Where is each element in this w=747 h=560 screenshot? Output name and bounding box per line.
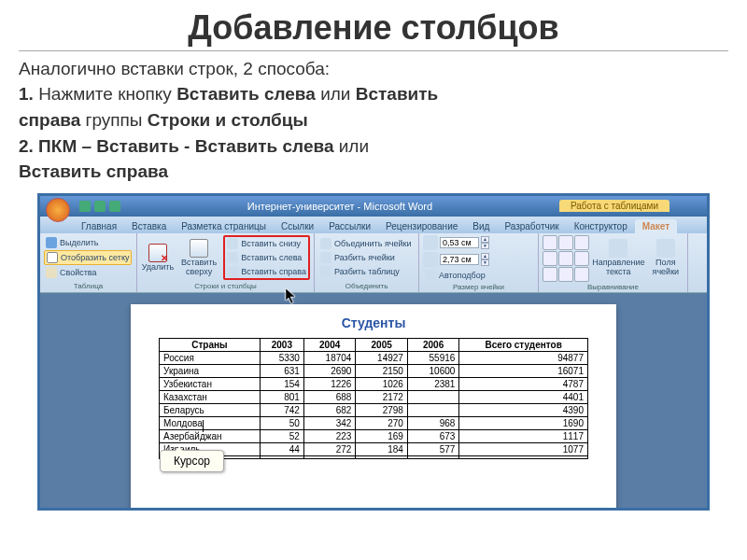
tab-layout[interactable]: Макет [635, 219, 677, 233]
table-cell[interactable] [260, 455, 303, 458]
table-row[interactable]: Молдова503422709681690 [160, 416, 588, 429]
table-row[interactable]: Украина631269021501060016071 [160, 364, 588, 377]
table-cell[interactable]: 5330 [260, 351, 303, 364]
table-cell[interactable]: 1690 [459, 416, 588, 429]
select-button[interactable]: Выделить [44, 236, 132, 249]
document-area[interactable]: Студенты Страны2003200420052006Всего сту… [40, 293, 707, 511]
students-table[interactable]: Страны2003200420052006Всего студентов Ро… [159, 338, 588, 459]
table-cell[interactable]: 18704 [303, 351, 355, 364]
table-cell[interactable]: 44 [260, 442, 303, 455]
tab-insert[interactable]: Вставка [124, 219, 174, 233]
table-cell[interactable]: 968 [407, 416, 458, 429]
insert-above-button[interactable]: Вставить сверху [176, 237, 221, 279]
table-row[interactable]: Казахстан80168821724401 [160, 390, 588, 403]
table-cell[interactable]: 4390 [459, 403, 588, 416]
row-height-field[interactable]: ▲▼ [423, 235, 489, 250]
insert-left-button[interactable]: Вставить слева [225, 251, 308, 264]
table-cell[interactable]: Беларусь [160, 403, 261, 416]
table-cell[interactable]: 2150 [356, 364, 407, 377]
properties-button[interactable]: Свойства [44, 266, 132, 279]
table-cell[interactable]: 52 [260, 429, 303, 442]
text-direction-button[interactable]: Направление текста [591, 237, 646, 279]
table-cell[interactable] [407, 390, 458, 403]
table-cell[interactable] [407, 455, 458, 458]
table-cell[interactable]: 4401 [459, 390, 588, 403]
split-cells-button[interactable]: Разбить ячейки [318, 251, 413, 264]
table-cell[interactable]: 2172 [356, 390, 407, 403]
tab-view[interactable]: Вид [465, 219, 497, 233]
align-mr[interactable] [574, 251, 589, 266]
autofit-button[interactable]: Автоподбор [423, 269, 489, 282]
table-cell[interactable]: 2798 [356, 403, 407, 416]
align-tl[interactable] [543, 235, 557, 250]
align-br[interactable] [574, 267, 589, 282]
table-cell[interactable]: 154 [260, 377, 303, 390]
table-cell[interactable]: 1026 [356, 377, 407, 390]
table-cell[interactable]: 223 [303, 429, 355, 442]
insert-below-button[interactable]: Вставить снизу [225, 237, 308, 250]
align-tc[interactable] [558, 235, 573, 250]
table-row[interactable]: Беларусь74268227984390 [160, 403, 588, 416]
tab-design[interactable]: Конструктор [567, 219, 635, 233]
table-cell[interactable] [303, 455, 355, 458]
table-cell[interactable]: Украина [160, 364, 261, 377]
table-cell[interactable]: 184 [356, 442, 407, 455]
table-cell[interactable] [407, 403, 458, 416]
table-cell[interactable]: Россия [160, 351, 261, 364]
table-cell[interactable]: 742 [260, 403, 303, 416]
split-table-button[interactable]: Разбить таблицу [318, 265, 413, 278]
table-cell[interactable]: Казахстан [160, 390, 261, 403]
table-row[interactable]: Россия533018704149275591694877 [160, 351, 588, 364]
table-cell[interactable]: 682 [303, 403, 355, 416]
table-cell[interactable]: 14927 [356, 351, 407, 364]
table-cell[interactable]: 94877 [459, 351, 588, 364]
align-tr[interactable] [574, 235, 589, 250]
merge-cells-button[interactable]: Объединить ячейки [318, 237, 413, 250]
table-cell[interactable]: 1226 [303, 377, 355, 390]
tab-developer[interactable]: Разработчик [497, 219, 566, 233]
table-cell[interactable]: 673 [407, 429, 458, 442]
table-cell[interactable]: 2381 [407, 377, 458, 390]
tab-references[interactable]: Ссылки [274, 219, 321, 233]
align-ml[interactable] [543, 251, 557, 266]
table-cell[interactable] [459, 455, 588, 458]
table-cell[interactable]: 1077 [459, 442, 588, 455]
tab-home[interactable]: Главная [74, 219, 124, 233]
office-button[interactable] [46, 198, 70, 222]
table-cell[interactable]: 2690 [303, 364, 355, 377]
tab-pagelayout[interactable]: Разметка страницы [174, 219, 274, 233]
table-cell[interactable]: 50 [260, 416, 303, 429]
cell-margins-button[interactable]: Поля ячейки [648, 237, 684, 279]
col-width-field[interactable]: ▲▼ [423, 252, 489, 267]
delete-button[interactable]: ✕ Удалить [141, 242, 175, 274]
table-cell[interactable]: 801 [260, 390, 303, 403]
align-bc[interactable] [558, 267, 573, 282]
tab-review[interactable]: Рецензирование [378, 219, 465, 233]
table-cell[interactable]: Молдова [160, 416, 261, 429]
table-cell[interactable]: 342 [303, 416, 355, 429]
table-cell[interactable]: 55916 [407, 351, 458, 364]
table-row[interactable]: Азербайджан522231696731117 [160, 429, 588, 442]
table-cell[interactable]: 4787 [459, 377, 588, 390]
table-cell[interactable]: 10600 [407, 364, 458, 377]
spin-up[interactable]: ▲ [481, 236, 489, 243]
table-cell[interactable]: 272 [303, 442, 355, 455]
table-cell[interactable]: 169 [356, 429, 407, 442]
align-bl[interactable] [543, 267, 557, 282]
table-cell[interactable]: 1117 [459, 429, 588, 442]
table-cell[interactable] [356, 455, 407, 458]
table-cell[interactable]: 16071 [459, 364, 588, 377]
table-row[interactable]: Узбекистан1541226102623814787 [160, 377, 588, 390]
table-cell[interactable]: 688 [303, 390, 355, 403]
align-mc[interactable] [558, 251, 573, 266]
table-cell[interactable]: 577 [407, 442, 458, 455]
height-input[interactable] [440, 237, 479, 248]
show-gridlines-button[interactable]: Отобразить сетку [44, 250, 132, 265]
table-cell[interactable]: Узбекистан [160, 377, 261, 390]
quick-access-toolbar[interactable] [79, 201, 120, 212]
spin-down[interactable]: ▼ [481, 243, 489, 249]
width-input[interactable] [440, 254, 479, 265]
tab-mailings[interactable]: Рассылки [321, 219, 378, 233]
insert-right-button[interactable]: Вставить справа [225, 265, 308, 278]
table-cell[interactable]: 631 [260, 364, 303, 377]
